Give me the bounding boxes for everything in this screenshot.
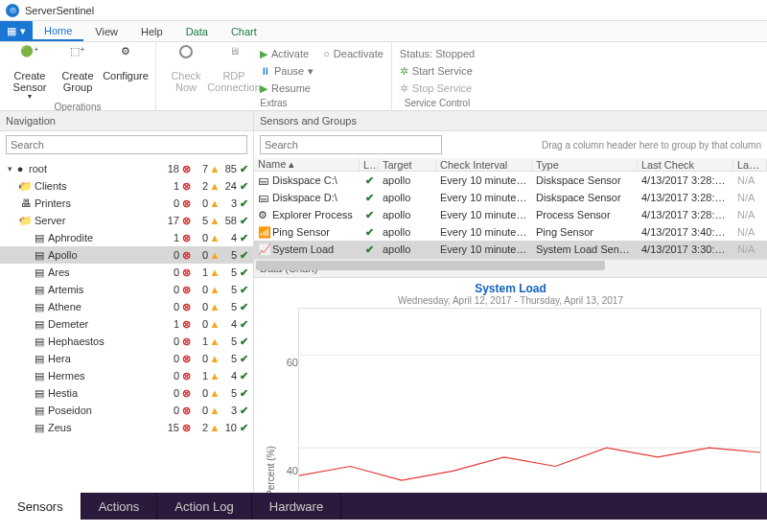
bottom-tab-bar[interactable]: SensorsActionsAction LogHardware xyxy=(0,493,767,520)
warning-icon: ▲ xyxy=(209,387,221,399)
tree-node-artemis[interactable]: ▤Artemis0⊗0▲5✔ xyxy=(0,281,253,298)
warning-icon: ▲ xyxy=(209,232,221,243)
menu-home[interactable]: Home xyxy=(33,21,83,41)
status-ok-icon: ✔ xyxy=(360,192,379,204)
stop-service-button[interactable]: ✲Stop Service xyxy=(400,80,475,97)
error-icon: ⊗ xyxy=(180,232,192,244)
sensor-row[interactable]: 🖴Diskspace D:\✔apolloEvery 10 minute(s)D… xyxy=(254,189,767,206)
group-icon: ⬚⁺ xyxy=(66,45,89,68)
ok-icon: ✔ xyxy=(238,405,249,417)
tree-node-apollo[interactable]: ▤Apollo0⊗0▲5✔ xyxy=(0,246,253,264)
group-caption: Service Control xyxy=(400,98,475,110)
sensors-search-input[interactable] xyxy=(260,135,442,154)
nav-tree[interactable]: ▾●root18⊗7▲85✔▸📁Clients1⊗2▲24✔🖶Printers0… xyxy=(0,158,253,493)
menu-view[interactable]: View xyxy=(83,21,129,41)
node-icon: 📁 xyxy=(19,180,33,193)
menu-data[interactable]: Data xyxy=(174,21,220,41)
file-menu-button[interactable]: ▦ ▾ xyxy=(0,21,33,41)
deactivate-button[interactable]: ○Deactivate xyxy=(323,45,384,62)
sensor-icon: 📈 xyxy=(258,243,269,256)
chart-plot[interactable] xyxy=(298,308,761,493)
sensors-header: Sensors and Groups xyxy=(254,111,767,131)
check-now-button[interactable]: Check Now xyxy=(164,45,208,98)
sensor-icon: 📶 xyxy=(258,226,269,239)
sensor-row[interactable]: ⚙Explorer Process✔apolloEvery 10 minute(… xyxy=(254,206,767,223)
bottom-tab-hardware[interactable]: Hardware xyxy=(252,493,341,520)
tree-node-printers[interactable]: 🖶Printers0⊗0▲3✔ xyxy=(0,195,253,212)
nav-search-input[interactable] xyxy=(6,135,247,154)
chart-area: System Load Wednesday, April 12, 2017 - … xyxy=(254,278,767,493)
grid-body[interactable]: 🖴Diskspace C:\✔apolloEvery 10 minute(s)D… xyxy=(254,172,767,258)
y-axis-label: Percent (%) xyxy=(260,308,281,493)
sensor-row[interactable]: 📈System Load✔apolloEvery 10 minute(s)Sys… xyxy=(254,241,767,258)
nav-header: Navigation xyxy=(0,111,253,131)
start-icon: ✲ xyxy=(400,65,408,78)
bottom-tab-actions[interactable]: Actions xyxy=(81,493,158,520)
ok-icon: ✔ xyxy=(238,284,249,296)
error-icon: ⊗ xyxy=(180,405,192,417)
ok-icon: ✔ xyxy=(238,301,249,313)
tree-node-ares[interactable]: ▤Ares0⊗1▲5✔ xyxy=(0,264,253,281)
sensor-icon: 🖴 xyxy=(258,174,269,186)
tree-node-zeus[interactable]: ▤Zeus15⊗2▲10✔ xyxy=(0,419,253,436)
tree-node-clients[interactable]: ▸📁Clients1⊗2▲24✔ xyxy=(0,177,253,195)
node-icon: ▤ xyxy=(33,422,46,434)
service-status: Status: Stopped xyxy=(400,45,475,62)
error-icon: ⊗ xyxy=(180,370,192,382)
ribbon-group-extras: Check Now 🖥 RDP Connection ▶Activate ⏸Pa… xyxy=(156,42,392,110)
tree-node-hephaestos[interactable]: ▤Hephaestos0⊗1▲5✔ xyxy=(0,333,253,350)
node-icon: ▤ xyxy=(33,232,46,244)
pause-button[interactable]: ⏸Pause ▾ xyxy=(260,62,314,80)
ok-icon: ✔ xyxy=(238,232,249,244)
sensor-icon: 🟢⁺ xyxy=(18,45,41,68)
rdp-button[interactable]: 🖥 RDP Connection xyxy=(212,45,256,98)
configure-button[interactable]: ⚙ Configure xyxy=(104,45,148,102)
tree-node-hermes[interactable]: ▤Hermes0⊗1▲4✔ xyxy=(0,367,253,384)
create-sensor-button[interactable]: 🟢⁺ Create Sensor ▾ xyxy=(8,45,52,102)
sensor-row[interactable]: 🖴Diskspace C:\✔apolloEvery 10 minute(s)D… xyxy=(254,172,767,189)
pause-icon: ⏸ xyxy=(260,65,270,77)
group-caption: Extras xyxy=(164,98,384,110)
tree-node-root[interactable]: ▾●root18⊗7▲85✔ xyxy=(0,160,253,177)
menu-help[interactable]: Help xyxy=(129,21,174,41)
stop-icon: ○ xyxy=(323,48,330,59)
warning-icon: ▲ xyxy=(209,197,221,209)
refresh-icon xyxy=(174,45,198,68)
sensor-icon: ⚙ xyxy=(258,209,269,221)
sensor-icon: 🖴 xyxy=(258,192,269,203)
start-service-button[interactable]: ✲Start Service xyxy=(400,62,475,80)
warning-icon: ▲ xyxy=(209,422,221,433)
ok-icon: ✔ xyxy=(238,197,249,210)
tree-node-hera[interactable]: ▤Hera0⊗0▲5✔ xyxy=(0,350,253,367)
bottom-tab-sensors[interactable]: Sensors xyxy=(0,493,81,520)
title-bar: ◎ ServerSentinel xyxy=(0,0,767,21)
tree-node-hestia[interactable]: ▤Hestia0⊗0▲5✔ xyxy=(0,384,253,402)
warning-icon: ▲ xyxy=(209,335,221,347)
tree-node-server[interactable]: ▾📁Server17⊗5▲58✔ xyxy=(0,212,253,229)
tree-node-aphrodite[interactable]: ▤Aphrodite1⊗0▲4✔ xyxy=(0,229,253,246)
create-group-button[interactable]: ⬚⁺ Create Group xyxy=(56,45,100,102)
grid-header[interactable]: Name ▴ L... Target Check Interval Type L… xyxy=(254,158,767,172)
node-icon: ▤ xyxy=(33,266,46,279)
status-ok-icon: ✔ xyxy=(360,243,379,256)
tree-node-athene[interactable]: ▤Athene0⊗0▲5✔ xyxy=(0,298,253,315)
ok-icon: ✔ xyxy=(238,266,249,279)
tree-node-poseidon[interactable]: ▤Poseidon0⊗0▲3✔ xyxy=(0,402,253,419)
ok-icon: ✔ xyxy=(238,249,249,262)
error-icon: ⊗ xyxy=(180,163,192,175)
node-icon: ▤ xyxy=(33,318,46,331)
menu-chart[interactable]: Chart xyxy=(220,21,268,41)
tree-node-demeter[interactable]: ▤Demeter1⊗0▲4✔ xyxy=(0,315,253,333)
warning-icon: ▲ xyxy=(209,163,221,174)
activate-button[interactable]: ▶Activate xyxy=(260,45,314,62)
ok-icon: ✔ xyxy=(238,353,249,365)
error-icon: ⊗ xyxy=(180,335,192,348)
bottom-tab-action-log[interactable]: Action Log xyxy=(157,493,251,520)
sensor-row[interactable]: 📶Ping Sensor✔apolloEvery 10 minute(s)Pin… xyxy=(254,223,767,241)
error-icon: ⊗ xyxy=(180,387,192,400)
node-icon: ▤ xyxy=(33,301,46,313)
ok-icon: ✔ xyxy=(238,215,249,227)
horizontal-scrollbar[interactable] xyxy=(254,258,767,259)
resume-button[interactable]: ▶Resume xyxy=(260,80,314,97)
menu-bar: ▦ ▾ HomeViewHelpDataChart xyxy=(0,21,767,42)
